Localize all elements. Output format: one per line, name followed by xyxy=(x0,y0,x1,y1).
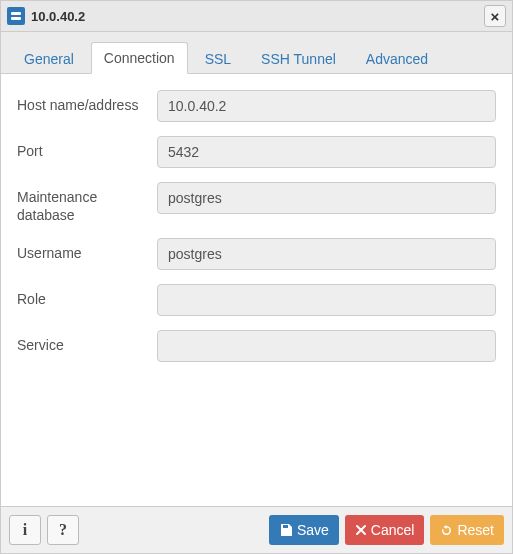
row-host: Host name/address xyxy=(17,90,496,122)
label-port: Port xyxy=(17,136,157,160)
row-role: Role xyxy=(17,284,496,316)
label-host: Host name/address xyxy=(17,90,157,114)
reset-button[interactable]: Reset xyxy=(430,515,504,545)
svg-rect-1 xyxy=(11,17,21,20)
tab-general[interactable]: General xyxy=(11,43,87,74)
save-button[interactable]: Save xyxy=(269,515,339,545)
tabbar: General Connection SSL SSH Tunnel Advanc… xyxy=(1,32,512,74)
input-port[interactable] xyxy=(157,136,496,168)
row-username: Username xyxy=(17,238,496,270)
footer: i ? Save Cancel Reset xyxy=(1,506,512,553)
cancel-button[interactable]: Cancel xyxy=(345,515,425,545)
save-label: Save xyxy=(297,522,329,538)
input-role[interactable] xyxy=(157,284,496,316)
dialog-title: 10.0.40.2 xyxy=(31,9,478,24)
input-username[interactable] xyxy=(157,238,496,270)
label-service: Service xyxy=(17,330,157,354)
save-icon xyxy=(279,523,293,537)
row-maintenance-db: Maintenance database xyxy=(17,182,496,224)
row-service: Service xyxy=(17,330,496,362)
tab-advanced[interactable]: Advanced xyxy=(353,43,441,74)
reset-icon xyxy=(440,524,453,537)
tab-ssh-tunnel[interactable]: SSH Tunnel xyxy=(248,43,349,74)
label-role: Role xyxy=(17,284,157,308)
help-button[interactable]: ? xyxy=(47,515,79,545)
reset-label: Reset xyxy=(457,522,494,538)
label-username: Username xyxy=(17,238,157,262)
cancel-label: Cancel xyxy=(371,522,415,538)
input-service[interactable] xyxy=(157,330,496,362)
tab-ssl[interactable]: SSL xyxy=(192,43,244,74)
close-button[interactable]: × xyxy=(484,5,506,27)
tab-content: Host name/address Port Maintenance datab… xyxy=(1,74,512,506)
input-host[interactable] xyxy=(157,90,496,122)
row-port: Port xyxy=(17,136,496,168)
label-maintenance-db: Maintenance database xyxy=(17,182,157,224)
svg-rect-0 xyxy=(11,12,21,15)
info-button[interactable]: i xyxy=(9,515,41,545)
cancel-icon xyxy=(355,524,367,536)
server-properties-dialog: 10.0.40.2 × General Connection SSL SSH T… xyxy=(0,0,513,554)
input-maintenance-db[interactable] xyxy=(157,182,496,214)
server-icon xyxy=(7,7,25,25)
titlebar: 10.0.40.2 × xyxy=(1,1,512,32)
tab-connection[interactable]: Connection xyxy=(91,42,188,74)
